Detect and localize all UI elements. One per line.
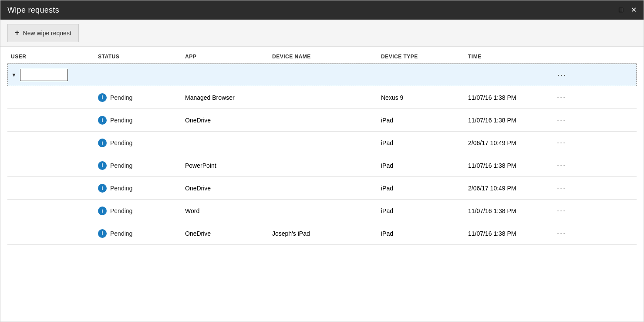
info-icon: i <box>98 93 107 102</box>
row6-status: i Pending <box>94 203 182 219</box>
row4-actions: ··· <box>552 156 578 175</box>
row2-status: i Pending <box>94 112 182 128</box>
row5-user <box>7 185 94 192</box>
row2-more-button[interactable]: ··· <box>555 114 568 126</box>
row3-device-name <box>269 139 378 146</box>
row5-time: 2/06/17 10:49 PM <box>465 181 552 195</box>
table-row: i Pending PowerPoint iPad 11/07/16 1:38 … <box>7 154 637 177</box>
row6-time: 11/07/16 1:38 PM <box>465 204 552 218</box>
row3-time: 2/06/17 10:49 PM <box>465 136 552 150</box>
row7-device-name: Joseph's iPad <box>269 227 378 241</box>
row3-actions: ··· <box>552 133 578 153</box>
row2-user <box>7 117 94 124</box>
content-area: USER STATUS APP DEVICE NAME DEVICE TYPE … <box>0 47 644 322</box>
row5-device-name <box>269 185 378 192</box>
row1-app: Managed Browser <box>182 91 269 105</box>
new-wipe-label: New wipe request <box>23 30 71 37</box>
row6-more-button[interactable]: ··· <box>555 204 568 217</box>
editing-row-time <box>465 71 552 78</box>
info-icon: i <box>98 116 107 125</box>
col-header-device-type: DEVICE TYPE <box>378 54 465 60</box>
table-row: i Pending OneDrive iPad 11/07/16 1:38 PM… <box>7 109 637 132</box>
col-header-actions <box>552 54 578 60</box>
row5-status: i Pending <box>94 180 182 196</box>
row4-status-text: Pending <box>110 162 132 169</box>
row2-status-text: Pending <box>110 117 132 124</box>
row6-actions: ··· <box>552 201 578 220</box>
editing-row-device-type <box>378 71 465 78</box>
row3-more-button[interactable]: ··· <box>555 136 568 149</box>
row1-device-name <box>269 94 378 101</box>
row4-status: i Pending <box>94 158 182 173</box>
dropdown-arrow-icon[interactable]: ▼ <box>11 72 17 78</box>
info-icon: i <box>98 139 107 147</box>
window-controls: □ ✕ <box>619 7 637 14</box>
row4-device-type: iPad <box>378 159 465 173</box>
row4-device-name <box>269 162 378 169</box>
row5-app: OneDrive <box>182 181 269 195</box>
col-header-time: TIME <box>465 54 552 60</box>
row2-time: 11/07/16 1:38 PM <box>465 113 552 127</box>
row4-more-button[interactable]: ··· <box>555 159 568 172</box>
minimize-button[interactable]: □ <box>619 7 623 14</box>
col-header-device-name: DEVICE NAME <box>269 54 378 60</box>
row4-time: 11/07/16 1:38 PM <box>465 159 552 173</box>
table-row: i Pending iPad 2/06/17 10:49 PM ··· <box>7 132 637 154</box>
row6-status-text: Pending <box>110 207 132 214</box>
row7-actions: ··· <box>552 224 578 243</box>
col-header-user: USER <box>7 54 94 60</box>
info-icon: i <box>98 161 107 170</box>
table-row: i Pending Word iPad 11/07/16 1:38 PM ··· <box>7 200 637 222</box>
row4-user <box>7 162 94 169</box>
row2-actions: ··· <box>552 110 578 130</box>
row7-app: OneDrive <box>182 227 269 241</box>
window-title: Wipe requests <box>7 6 59 15</box>
row5-status-text: Pending <box>110 185 132 192</box>
editing-row-app <box>182 71 269 78</box>
row7-user <box>7 230 94 237</box>
editing-row-more-button[interactable]: ··· <box>556 69 568 81</box>
row6-user <box>7 207 94 214</box>
row1-user <box>7 94 94 101</box>
row5-device-type: iPad <box>378 181 465 195</box>
table-row: i Pending OneDrive iPad 2/06/17 10:49 PM… <box>7 177 637 200</box>
row3-status: i Pending <box>94 135 182 151</box>
main-window: Wipe requests □ ✕ + New wipe request USE… <box>0 0 644 322</box>
row6-device-name <box>269 207 378 214</box>
col-header-status: STATUS <box>94 54 182 60</box>
row1-status: i Pending <box>94 90 182 105</box>
new-wipe-request-button[interactable]: + New wipe request <box>7 24 79 42</box>
row4-app: PowerPoint <box>182 159 269 173</box>
table-row: i Pending Managed Browser Nexus 9 11/07/… <box>7 86 637 109</box>
row2-device-type: iPad <box>378 113 465 127</box>
close-button[interactable]: ✕ <box>631 7 637 14</box>
row7-device-type: iPad <box>378 227 465 241</box>
editing-row-status <box>95 71 182 78</box>
row7-time: 11/07/16 1:38 PM <box>465 227 552 241</box>
table-body: ▼ ··· i Pendi <box>7 64 637 245</box>
toolbar: + New wipe request <box>0 20 644 47</box>
row1-device-type: Nexus 9 <box>378 91 465 105</box>
row1-more-button[interactable]: ··· <box>555 91 568 104</box>
row6-app: Word <box>182 204 269 218</box>
row3-device-type: iPad <box>378 136 465 150</box>
title-bar: Wipe requests □ ✕ <box>0 0 644 20</box>
table-header: USER STATUS APP DEVICE NAME DEVICE TYPE … <box>7 47 637 64</box>
row3-status-text: Pending <box>110 139 132 146</box>
user-input-field[interactable] <box>20 69 68 81</box>
row1-time: 11/07/16 1:38 PM <box>465 91 552 105</box>
row7-more-button[interactable]: ··· <box>555 227 568 240</box>
editing-row-device-name <box>269 71 378 78</box>
col-header-app: APP <box>182 54 269 60</box>
row1-actions: ··· <box>552 88 578 107</box>
info-icon: i <box>98 184 107 193</box>
row3-user <box>7 139 94 146</box>
row3-app <box>182 139 269 146</box>
editing-row[interactable]: ▼ ··· <box>7 64 637 86</box>
info-icon: i <box>98 207 107 215</box>
row5-more-button[interactable]: ··· <box>555 182 568 194</box>
info-icon: i <box>98 229 107 238</box>
row2-device-name <box>269 117 378 124</box>
row1-status-text: Pending <box>110 94 132 101</box>
editing-row-actions: ··· <box>552 65 578 85</box>
